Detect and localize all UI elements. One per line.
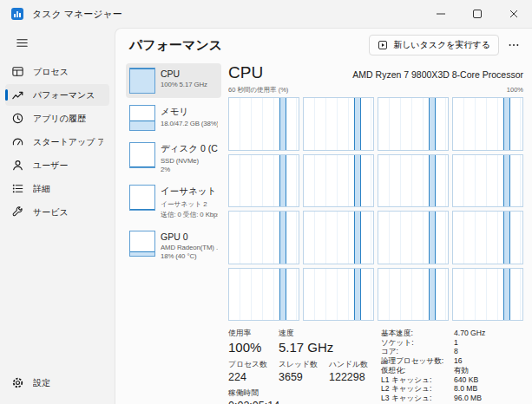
sidebar-item-users[interactable]: ユーザー: [5, 154, 109, 176]
perf-item-detail: 18.0/47.2 GB (38%): [161, 120, 218, 127]
perf-item-name: イーサネット: [161, 186, 218, 198]
perf-item-name: メモリ: [161, 106, 218, 118]
titlebar: タスク マネージャー: [0, 0, 532, 28]
graph-caption-label: 60 秒間の使用率 (%): [228, 86, 288, 94]
task-manager-app-icon: [10, 7, 24, 21]
perf-item-detail2: 18% (40 °C): [161, 252, 218, 260]
perf-item-cpu[interactable]: CPU 100% 5.17 GHz: [126, 63, 221, 98]
stat-label: 速度: [279, 329, 329, 339]
performance-resource-list: CPU 100% 5.17 GHz メモリ 18.0/47.2 GB (38%): [126, 62, 221, 397]
sidebar-item-services[interactable]: サービス: [5, 201, 109, 223]
spec-label: ソケット:: [381, 339, 450, 347]
disk-mini-graph: [129, 142, 155, 168]
perf-item-name: CPU: [161, 68, 207, 79]
core-graph-cell: [378, 268, 449, 322]
stat-speed: 速度 5.17 GHz: [279, 329, 329, 355]
perf-item-gpu0[interactable]: GPU 0 AMD Radeon(TM) ... 18% (40 °C): [126, 226, 221, 264]
spec-value: 16: [454, 357, 523, 365]
perf-item-detail: SSD (NVMe): [161, 157, 218, 165]
run-new-task-label: 新しいタスクを実行する: [393, 39, 490, 51]
stat-value: 0:02:05:14: [228, 400, 332, 404]
sidebar-item-details[interactable]: 詳細: [5, 178, 109, 199]
core-usage-spike: [279, 98, 286, 150]
cpu-spec-list: 基本速度:4.70 GHz ソケット:1 コア:8 論理プロセッサ数:16 仮想…: [381, 329, 523, 397]
core-graph-cell: [303, 154, 374, 208]
core-usage-spike: [354, 212, 361, 264]
stat-processes: プロセス数 224: [228, 360, 279, 384]
header-actions: 新しいタスクを実行する: [369, 35, 523, 55]
core-graph-cell: [378, 154, 449, 208]
stat-label: スレッド数: [279, 360, 329, 370]
core-graph-cell: [378, 211, 449, 264]
core-usage-spike: [354, 269, 361, 321]
core-graph-cell: [228, 268, 299, 322]
perf-item-name: GPU 0: [161, 231, 218, 242]
maximize-button[interactable]: [459, 0, 496, 28]
run-new-task-button[interactable]: 新しいタスクを実行する: [369, 35, 499, 55]
spec-value: 640 KB: [454, 376, 523, 384]
sidebar-item-performance[interactable]: パフォーマンス: [5, 84, 109, 106]
perf-item-memory[interactable]: メモリ 18.0/47.2 GB (38%): [126, 101, 221, 135]
sidebar-item-app-history[interactable]: アプリの履歴: [5, 108, 109, 129]
stat-value: 224: [228, 371, 279, 384]
core-graph-cell: [452, 154, 523, 208]
sidebar-item-label: ユーザー: [33, 160, 68, 172]
cpu-detail-panel: CPU AMD Ryzen 7 9800X3D 8-Core Processor…: [228, 62, 523, 397]
details-icon: [11, 182, 25, 196]
core-graph-cell: [452, 97, 523, 151]
core-graph-cell: [303, 211, 374, 264]
cpu-stats: 使用率 100% 速度 5.17 GHz プロセス数: [228, 329, 523, 397]
stat-label: 稼働時間: [228, 388, 332, 399]
core-graph-cell: [228, 211, 299, 264]
core-graph-cell: [303, 268, 374, 322]
core-usage-spike: [279, 155, 286, 207]
menu-toggle-button[interactable]: [7, 31, 36, 54]
cpu-title: CPU: [228, 63, 263, 82]
core-usage-spike: [503, 98, 510, 150]
sidebar-item-label: アプリの履歴: [33, 113, 86, 125]
spec-value: 8.0 MB: [454, 385, 523, 393]
sidebar-item-label: プロセス: [33, 66, 69, 78]
users-icon: [11, 159, 25, 173]
stat-label: 使用率: [228, 329, 279, 339]
spec-value: 8: [454, 348, 523, 355]
cpu-stats-left: 使用率 100% 速度 5.17 GHz プロセス数: [228, 329, 381, 397]
spec-label: L1 キャッシュ:: [381, 376, 450, 384]
close-button[interactable]: [496, 0, 532, 28]
spec-value: 1: [454, 339, 523, 347]
core-usage-spike: [354, 155, 361, 207]
more-options-button[interactable]: [504, 36, 523, 54]
perf-item-detail2: 送信: 0 受信: 0 Kbps: [161, 210, 218, 219]
stat-label: プロセス数: [228, 360, 279, 370]
sidebar: プロセス パフォーマンス アプリの履歴 スタートアップ アプリ: [0, 28, 115, 404]
main-content: パフォーマンス 新しいタスクを実行する: [115, 28, 532, 404]
core-usage-spike: [279, 212, 286, 264]
sidebar-item-settings[interactable]: 設定: [5, 372, 109, 394]
core-usage-spike: [279, 269, 286, 321]
core-usage-spike: [429, 155, 436, 207]
graph-max-label: 100%: [507, 86, 523, 94]
core-graph-cell: [378, 97, 449, 151]
perf-item-disk0[interactable]: ディスク 0 (C:) SSD (NVMe) 2%: [126, 138, 221, 178]
spec-label: 仮想化:: [381, 367, 450, 375]
core-graph-cell: [228, 154, 299, 208]
core-usage-spike: [354, 98, 361, 150]
stat-value: 100%: [228, 340, 279, 355]
perf-item-ethernet[interactable]: イーサネット イーサネット 2 送信: 0 受信: 0 Kbps: [126, 180, 221, 224]
sidebar-item-label: スタートアップ アプリ: [33, 136, 103, 148]
perf-item-detail: イーサネット 2: [161, 199, 218, 209]
perf-item-name: ディスク 0 (C:): [161, 143, 218, 155]
minimize-button[interactable]: [423, 0, 459, 28]
sidebar-item-startup-apps[interactable]: スタートアップ アプリ: [5, 131, 109, 153]
cpu-mini-graph: [129, 68, 155, 94]
services-icon: [11, 205, 25, 219]
ellipsis-icon: [508, 39, 520, 51]
cpu-header: CPU AMD Ryzen 7 9800X3D 8-Core Processor: [228, 63, 523, 82]
core-usage-spike: [429, 98, 436, 150]
sidebar-item-label: 設定: [33, 377, 50, 389]
core-usage-spike: [429, 269, 436, 321]
gpu-mini-graph: [129, 231, 155, 257]
spec-value: 有効: [454, 367, 523, 375]
core-usage-spike: [503, 212, 510, 264]
sidebar-item-processes[interactable]: プロセス: [5, 61, 109, 82]
